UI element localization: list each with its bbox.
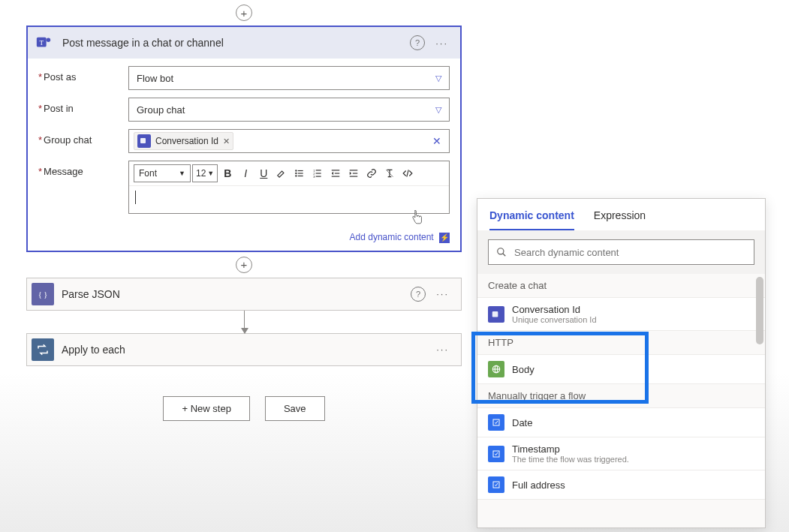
parse-json-title: Parse JSON	[62, 288, 411, 300]
message-editor[interactable]: Font▼ 12▼ B I U 123	[128, 161, 450, 214]
rte-toolbar: Font▼ 12▼ B I U 123	[129, 161, 449, 186]
tab-expression[interactable]: Expression	[594, 209, 646, 230]
svg-rect-11	[316, 170, 321, 170]
search-input[interactable]	[513, 246, 746, 259]
dyn-item-full-address[interactable]: Full address	[477, 470, 765, 500]
dyn-item-title: Full address	[512, 479, 565, 491]
bold-button[interactable]: B	[219, 165, 236, 182]
dyn-item-desc: Unique conversation Id	[512, 315, 597, 324]
dyn-item-title: Conversation Id	[512, 304, 597, 315]
teams-icon	[488, 306, 504, 323]
teams-action-card: T Post message in a chat or channel ? ··…	[26, 26, 462, 252]
group-header: Manually trigger a flow	[477, 384, 765, 408]
post-in-select[interactable]: Group chat ▽	[128, 98, 450, 122]
svg-text:3: 3	[313, 175, 315, 179]
help-icon[interactable]: ?	[410, 35, 425, 50]
teams-icon: T	[32, 32, 55, 54]
svg-rect-20	[350, 176, 358, 177]
svg-point-4	[295, 170, 297, 171]
remove-token-icon[interactable]: ✕	[223, 137, 230, 146]
dyn-item-desc: The time the flow was triggered.	[512, 455, 629, 464]
svg-line-26	[503, 254, 506, 257]
svg-rect-21	[353, 173, 357, 173]
conversation-id-token[interactable]: Conversation Id ✕	[134, 132, 233, 150]
clear-format-button[interactable]	[381, 165, 398, 182]
svg-rect-27	[492, 311, 498, 317]
parse-json-card[interactable]: { } Parse JSON ? ···	[26, 278, 462, 311]
group-chat-input[interactable]: Conversation Id ✕ ✕	[128, 129, 450, 153]
underline-button[interactable]: U	[255, 165, 272, 182]
chevron-down-icon: ▽	[435, 74, 441, 83]
link-button[interactable]	[363, 165, 380, 182]
group-header: Create a chat	[477, 274, 765, 298]
dyn-item-title: Body	[512, 364, 535, 375]
bullet-list-button[interactable]	[291, 165, 308, 182]
svg-rect-13	[316, 173, 321, 173]
clear-input-icon[interactable]: ✕	[429, 135, 444, 147]
group-header: HTTP	[477, 331, 765, 355]
scrollbar[interactable]	[756, 277, 763, 344]
post-in-label: *Post in	[38, 98, 128, 114]
dyn-item-title: Timestamp	[512, 443, 629, 455]
json-icon: { }	[32, 283, 54, 305]
help-icon[interactable]: ?	[411, 287, 426, 302]
loop-icon	[32, 338, 54, 361]
dyn-item-title: Date	[512, 417, 532, 428]
font-size-select[interactable]: 12▼	[192, 164, 218, 182]
new-step-button[interactable]: + New step	[163, 396, 249, 421]
card-menu-button[interactable]: ···	[431, 38, 453, 49]
dyn-item-conversation-id[interactable]: Conversation Id Unique conversation Id	[477, 298, 765, 331]
outdent-button[interactable]	[327, 165, 344, 182]
svg-rect-9	[298, 176, 303, 176]
tab-dynamic-content[interactable]: Dynamic content	[489, 209, 574, 230]
add-dynamic-content-link[interactable]: Add dynamic content	[350, 232, 434, 242]
text-caret	[135, 191, 136, 204]
svg-line-23	[407, 170, 408, 176]
message-textarea[interactable]	[129, 186, 449, 213]
apply-to-each-card[interactable]: Apply to each ···	[26, 333, 462, 366]
dyn-item-body[interactable]: Body	[477, 355, 765, 384]
dynamic-content-panel: Dynamic content Expression Create a chat…	[477, 198, 766, 528]
svg-point-8	[295, 175, 297, 176]
card-menu-button[interactable]: ···	[432, 344, 453, 355]
card-menu-button[interactable]: ···	[432, 288, 453, 299]
highlight-button[interactable]	[273, 165, 290, 182]
chevron-down-icon: ▽	[435, 105, 441, 115]
dyn-item-timestamp[interactable]: Timestamp The time the flow was triggere…	[477, 437, 765, 470]
svg-rect-15	[316, 176, 321, 177]
flow-arrow-icon	[244, 311, 245, 333]
svg-rect-17	[332, 176, 340, 177]
search-icon	[496, 247, 507, 257]
trigger-icon	[488, 476, 504, 493]
dynamic-content-toggle-icon[interactable]: ⚡	[439, 233, 450, 243]
svg-rect-19	[350, 170, 358, 170]
add-step-top-button[interactable]: +	[236, 5, 252, 21]
apply-to-each-title: Apply to each	[62, 344, 432, 356]
numbered-list-button[interactable]: 123	[309, 165, 326, 182]
dyn-item-date[interactable]: Date	[477, 408, 765, 437]
svg-rect-18	[335, 173, 339, 173]
add-step-middle-button[interactable]: +	[236, 257, 252, 273]
teams-card-header[interactable]: T Post message in a chat or channel ? ··…	[28, 27, 460, 59]
code-view-button[interactable]	[399, 165, 416, 182]
svg-rect-7	[298, 173, 303, 173]
svg-text:T: T	[39, 39, 44, 47]
teams-icon	[137, 134, 151, 148]
indent-button[interactable]	[345, 165, 362, 182]
search-dynamic-content[interactable]	[488, 239, 754, 265]
trigger-icon	[488, 446, 504, 462]
svg-rect-16	[332, 170, 340, 170]
svg-point-6	[295, 173, 297, 174]
teams-card-title: Post message in a chat or channel	[62, 37, 410, 49]
post-as-label: *Post as	[38, 66, 128, 83]
svg-rect-3	[140, 138, 146, 143]
group-chat-label: *Group chat	[38, 129, 128, 146]
svg-rect-5	[298, 170, 303, 171]
post-as-select[interactable]: Flow bot ▽	[128, 66, 450, 90]
font-select[interactable]: Font▼	[134, 164, 191, 182]
dynamic-content-list: Create a chat Conversation Id Unique con…	[477, 274, 765, 527]
italic-button[interactable]: I	[237, 165, 254, 182]
save-button[interactable]: Save	[265, 396, 325, 421]
svg-point-25	[498, 248, 504, 254]
trigger-icon	[488, 414, 504, 431]
